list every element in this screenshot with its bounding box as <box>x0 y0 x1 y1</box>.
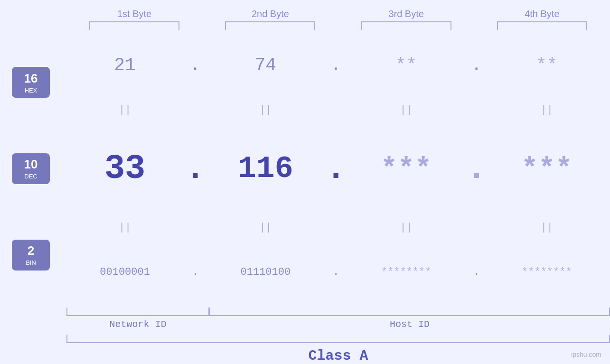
host-id-label: Host ID <box>209 319 610 330</box>
network-bracket <box>66 308 209 316</box>
base-labels-column: 16 HEX 10 DEC 2 BIN <box>0 30 62 308</box>
bin-number: 2 <box>28 243 34 258</box>
bin-badge: 2 BIN <box>12 240 50 271</box>
eq-2-2: || <box>202 222 328 233</box>
host-bracket <box>209 308 610 316</box>
hex-cell-3: ** <box>343 55 469 75</box>
dec-number: 10 <box>24 157 38 172</box>
hex-cell-4: ** <box>484 55 610 75</box>
bottom-brackets <box>66 308 610 316</box>
hex-row: 21 . 74 . ** . ** <box>62 30 610 101</box>
dec-badge: 10 DEC <box>12 153 50 184</box>
dec-dot-2: . <box>329 149 343 188</box>
eq-2-1: || <box>62 222 188 233</box>
bin-row: 00100001 . 01110100 . ******** . *******… <box>62 237 610 308</box>
class-label: Class A <box>66 348 610 364</box>
bin-cell-2: 01110100 <box>202 266 328 278</box>
hex-badge: 16 HEX <box>12 67 50 98</box>
eq-1-2: || <box>202 104 328 116</box>
bin-dot-3: . <box>469 266 484 278</box>
dec-cell-1: 33 <box>62 149 188 188</box>
bin-cell-3: ******** <box>343 266 469 278</box>
byte-header-3: 3rd Byte <box>338 9 474 19</box>
dec-cell-2: 116 <box>202 151 328 187</box>
dec-val-4: *** <box>521 153 572 185</box>
bin-val-1: 00100001 <box>100 266 150 278</box>
dec-row: 33 . 116 . *** . *** <box>62 120 610 218</box>
eq-1-3: || <box>343 104 469 116</box>
byte-headers-row: 1st Byte 2nd Byte 3rd Byte 4th Byte <box>0 9 610 19</box>
byte-header-4: 4th Byte <box>474 9 610 19</box>
eq-2-3: || <box>343 222 469 233</box>
bin-val-3: ******** <box>381 266 432 278</box>
top-brackets <box>0 21 610 30</box>
dec-dot-1: . <box>188 149 202 188</box>
main-container: 1st Byte 2nd Byte 3rd Byte 4th Byte 16 H… <box>0 0 610 364</box>
dec-val-2: 116 <box>238 151 293 187</box>
bottom-area: Network ID Host ID Class A <box>0 308 610 364</box>
hex-name: HEX <box>25 87 38 94</box>
hex-cell-2: 74 <box>202 55 328 75</box>
dec-name: DEC <box>24 173 37 180</box>
byte-header-1: 1st Byte <box>66 9 202 19</box>
hex-dot-2: . <box>329 55 343 75</box>
bin-val-4: ******** <box>522 266 572 278</box>
hex-number: 16 <box>24 71 38 86</box>
id-labels: Network ID Host ID <box>66 319 610 330</box>
bracket-4 <box>474 21 610 30</box>
watermark: ipshu.com <box>571 351 601 358</box>
network-id-label: Network ID <box>66 319 209 330</box>
dec-val-1: 33 <box>104 149 145 188</box>
hex-val-3: ** <box>395 55 417 75</box>
bin-dot-1: . <box>188 266 202 278</box>
bin-dot-2: . <box>329 266 343 278</box>
byte-header-2: 2nd Byte <box>202 9 338 19</box>
bin-val-2: 01110100 <box>241 266 291 278</box>
bracket-2 <box>202 21 338 30</box>
bracket-3 <box>338 21 474 30</box>
rows-area: 21 . 74 . ** . ** || || <box>62 30 610 308</box>
dec-val-3: *** <box>381 153 432 185</box>
eq-1-1: || <box>62 104 188 116</box>
hex-val-1: 21 <box>114 55 136 75</box>
dec-dot-3: . <box>469 149 484 188</box>
equals-row-1: || || || || <box>62 101 610 120</box>
hex-val-2: 74 <box>255 55 277 75</box>
bin-name: BIN <box>26 259 36 266</box>
dec-cell-3: *** <box>343 153 469 185</box>
hex-cell-1: 21 <box>62 55 188 75</box>
hex-dot-3: . <box>469 55 484 75</box>
equals-row-2: || || || || <box>62 218 610 237</box>
bin-cell-1: 00100001 <box>62 266 188 278</box>
eq-2-4: || <box>484 222 610 233</box>
eq-1-4: || <box>484 104 610 116</box>
hex-dot-1: . <box>188 55 202 75</box>
bracket-1 <box>66 21 202 30</box>
bin-cell-4: ******** <box>484 266 610 278</box>
dec-cell-4: *** <box>484 153 610 185</box>
hex-val-4: ** <box>536 55 558 75</box>
long-bottom-bracket <box>66 335 610 343</box>
